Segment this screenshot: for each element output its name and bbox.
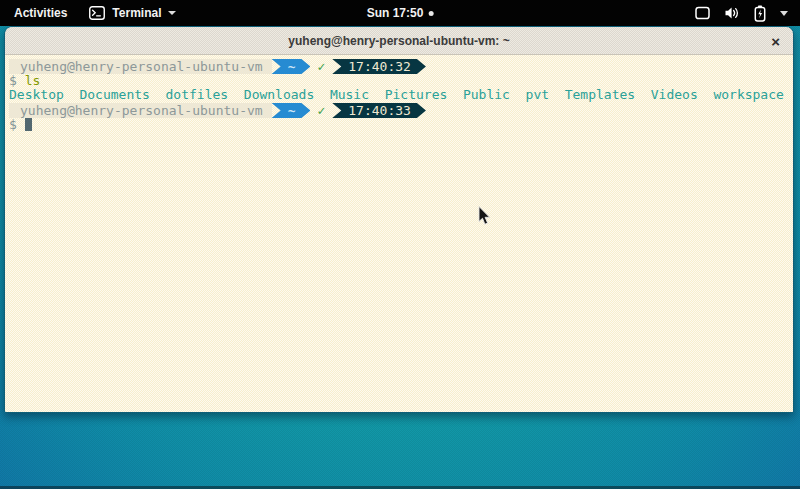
system-status-area[interactable] — [695, 5, 788, 22]
prompt-user: yuheng@henry-personal-ubuntu-vm — [9, 103, 272, 118]
command-line: $ ls — [9, 74, 793, 89]
window-titlebar[interactable]: yuheng@henry-personal-ubuntu-vm: ~ × — [5, 27, 793, 55]
window-title: yuheng@henry-personal-ubuntu-vm: ~ — [288, 34, 509, 48]
prompt-time-segment: 17:40:32 — [332, 59, 426, 74]
prompt-line: yuheng@henry-personal-ubuntu-vm ~ ✓ 17:4… — [9, 103, 793, 118]
prompt-user: yuheng@henry-personal-ubuntu-vm — [9, 59, 272, 74]
chevron-down-icon — [168, 11, 176, 15]
notification-dot — [428, 11, 433, 16]
desktop: Activities Terminal Sun 17:50 — [0, 0, 800, 489]
prompt-dollar: $ — [9, 73, 17, 88]
terminal-app-icon — [89, 6, 105, 20]
input-line[interactable]: $ — [9, 118, 793, 133]
prompt-path-segment: ~ — [272, 103, 311, 118]
clock-button[interactable]: Sun 17:50 — [367, 6, 434, 20]
clock-label: Sun 17:50 — [367, 6, 424, 20]
battery-charging-icon — [754, 5, 766, 22]
terminal-cursor — [25, 118, 33, 131]
terminal-content[interactable]: yuheng@henry-personal-ubuntu-vm ~ ✓ 17:4… — [5, 55, 793, 413]
prompt-line: yuheng@henry-personal-ubuntu-vm ~ ✓ 17:4… — [9, 59, 793, 74]
top-bar: Activities Terminal Sun 17:50 — [0, 0, 800, 26]
command-text: ls — [25, 73, 41, 88]
volume-icon — [724, 6, 740, 20]
close-button[interactable]: × — [771, 33, 780, 48]
ls-output: Desktop Documents dotfiles Downloads Mus… — [9, 88, 793, 103]
prompt-time-segment: 17:40:33 — [332, 103, 426, 118]
terminal-window: yuheng@henry-personal-ubuntu-vm: ~ × yuh… — [4, 26, 794, 413]
prompt-status-check-icon: ✓ — [310, 59, 332, 74]
display-icon — [695, 6, 710, 20]
mouse-cursor-icon — [478, 206, 493, 231]
app-menu-label: Terminal — [112, 6, 161, 20]
prompt-dollar: $ — [9, 117, 17, 132]
prompt-status-check-icon: ✓ — [310, 103, 332, 118]
prompt-path-segment: ~ — [272, 59, 311, 74]
activities-button[interactable]: Activities — [10, 4, 71, 22]
app-menu-terminal[interactable]: Terminal — [89, 6, 176, 20]
chevron-down-icon — [780, 11, 788, 16]
